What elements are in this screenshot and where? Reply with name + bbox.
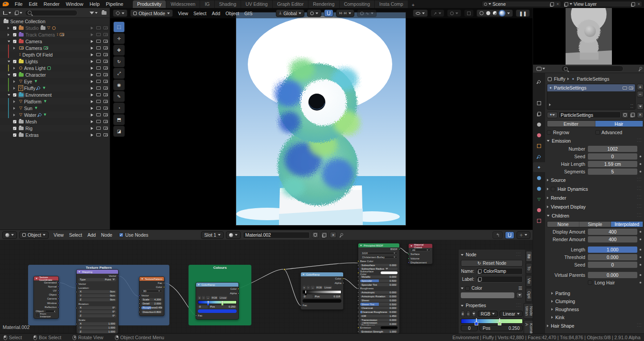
big-color-swatch[interactable] [303, 299, 341, 303]
unlink-material-button[interactable]: × [330, 232, 336, 238]
socket[interactable] [57, 290, 59, 292]
hide-viewport-icon[interactable] [96, 53, 101, 56]
workspace-tab-widescreen[interactable]: Widescreen [166, 0, 200, 8]
selectable-icon[interactable] [91, 26, 94, 29]
tool-cursor[interactable]: ✛ [113, 33, 125, 44]
hide-viewport-icon[interactable] [96, 33, 101, 36]
socket[interactable] [357, 300, 359, 301]
socket[interactable] [342, 282, 344, 284]
node-value-field[interactable]: Metallic0.000 [360, 275, 398, 278]
node-dropdown[interactable]: GGX [360, 252, 398, 255]
socket[interactable] [76, 307, 78, 309]
socket[interactable] [357, 260, 359, 262]
socket[interactable] [357, 264, 359, 266]
node-checkbox[interactable] [37, 314, 39, 316]
socket[interactable] [238, 288, 239, 290]
node-value-field[interactable]: Y0° [78, 310, 116, 313]
node-ramp-colours[interactable]: ColorRampColorAlpha+−⌄RGBLinear0Pos0.250… [196, 282, 239, 320]
workspace-tab-shading[interactable]: Shading [215, 0, 242, 8]
mode-dropdown[interactable]: Object Mode [130, 9, 173, 17]
disable-render-icon[interactable] [103, 120, 108, 123]
node-value-field[interactable]: Transmission Roughness0.000 [360, 322, 398, 325]
collapse-icon[interactable] [36, 278, 37, 279]
parent-node-tree-button[interactable]: ↰ [492, 231, 503, 239]
socket[interactable] [398, 248, 400, 250]
workspace-tab-compositing[interactable]: Compositing [340, 0, 375, 8]
ramp-control-1[interactable]: − [307, 286, 310, 290]
sidebar-tab-ite[interactable]: Ite [526, 251, 532, 262]
collection-checkbox[interactable]: ✓ [13, 59, 17, 63]
panel-children[interactable]: Children⁚⁚⁚ [547, 212, 644, 219]
socket[interactable] [57, 298, 59, 300]
hide-viewport-icon[interactable] [96, 113, 101, 116]
secondary-viewport[interactable] [533, 8, 644, 65]
properties-tab-object[interactable] [533, 141, 545, 151]
collection-checkbox[interactable]: ✓ [13, 93, 17, 97]
subpanel-clumping[interactable]: Clumping [547, 298, 644, 304]
ramp-control-2[interactable]: ⌄ [311, 286, 315, 290]
node-value-field[interactable]: TypePoint [78, 278, 116, 281]
hide-viewport-icon[interactable] [96, 127, 101, 130]
disable-render-icon[interactable] [103, 60, 108, 63]
subpanel-roughness[interactable]: Roughness [547, 306, 644, 312]
tool-select-box[interactable]: ⬚ [113, 21, 125, 33]
node-header[interactable]: Mapping [77, 270, 118, 274]
menu-window[interactable]: Window [63, 0, 86, 8]
tool-add-cube[interactable]: ⬒ [113, 114, 125, 125]
view-layer-selector[interactable]: View Layer × [563, 1, 642, 7]
node-value-field[interactable]: Distortion0.800 [141, 310, 162, 313]
node-value-field[interactable]: Roughness0.458 [141, 306, 162, 309]
node-link[interactable] [285, 263, 358, 269]
viewport-visibility-icon[interactable] [623, 86, 627, 90]
socket[interactable] [357, 296, 359, 297]
outliner-row-area-light[interactable]: Area Light [0, 65, 110, 71]
node-canvas[interactable]: Texture PatternColoursTexture Coordinate… [0, 240, 533, 333]
shading-material-button[interactable] [493, 11, 497, 15]
node-color-swatch[interactable] [461, 292, 514, 298]
disable-render-icon[interactable] [103, 107, 108, 110]
material-name-field[interactable]: Material.002 [243, 232, 310, 238]
material-icon-dropdown[interactable] [226, 231, 241, 239]
reset-node-button[interactable]: ↻Reset Node [461, 260, 523, 267]
node-value-field[interactable]: Subsurface0.000 [360, 264, 398, 267]
socket[interactable] [408, 262, 410, 263]
snap-toggle[interactable] [324, 9, 333, 17]
ramp-stop[interactable] [305, 291, 306, 293]
remove-stop-button[interactable]: − [467, 311, 471, 317]
tool-texture-paint[interactable]: ◪ [113, 126, 125, 137]
workspace-tab-insta-comp[interactable]: Insta Comp [375, 0, 408, 8]
socket[interactable] [357, 307, 359, 309]
panel-grip[interactable]: ⁚⁚⁚ [637, 139, 642, 143]
prop-value-field[interactable]: 1.59 cm [588, 161, 637, 167]
tool-transform[interactable]: ◉ [113, 79, 125, 90]
node-value-field[interactable]: Clearcoat Roughness0.030 [360, 311, 398, 313]
stop-index-field[interactable]: 0 [303, 295, 313, 298]
node-value-field[interactable]: Z0cm [78, 298, 116, 301]
outliner-row-lights[interactable]: ✓Lights [0, 58, 110, 65]
menu-render[interactable]: Render [41, 0, 63, 8]
socket[interactable] [357, 280, 359, 282]
animate-dot[interactable] [640, 231, 641, 233]
snap-target-dropdown[interactable]: H·H [336, 9, 354, 17]
snap-toggle[interactable] [505, 231, 514, 239]
animate-dot[interactable] [640, 274, 641, 276]
socket[interactable] [408, 253, 410, 255]
prop-value-field[interactable]: 1002 [588, 146, 637, 152]
ramp-stop[interactable] [222, 301, 223, 304]
children-interpolated-button[interactable]: Interpolated [611, 222, 643, 227]
color-section-expander[interactable] [461, 288, 464, 289]
add-particle-system-button[interactable]: + [637, 84, 644, 90]
type-emitter-button[interactable]: Emitter [547, 121, 595, 127]
children-simple-button[interactable]: Simple [579, 222, 611, 227]
hide-viewport-icon[interactable] [96, 93, 101, 96]
expander-icon[interactable] [13, 100, 17, 103]
disable-render-icon[interactable] [103, 73, 108, 76]
selectable-icon[interactable] [91, 73, 94, 76]
disable-render-icon[interactable] [103, 80, 108, 83]
menu-edit[interactable]: Edit [26, 0, 41, 8]
ramp-control-0[interactable]: + [198, 296, 201, 300]
unlink-button[interactable]: × [637, 112, 644, 118]
color-ramp-widget[interactable] [461, 319, 523, 324]
tool-rotate[interactable]: ↻ [113, 56, 125, 67]
advanced-checkbox[interactable] [595, 130, 600, 135]
